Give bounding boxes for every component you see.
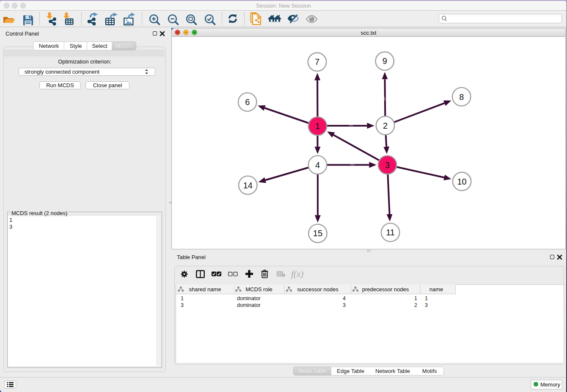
svg-text:MCDS role: MCDS role [245,286,272,293]
svg-text:1: 1 [181,295,184,301]
svg-text:predecessor nodes: predecessor nodes [362,286,409,293]
svg-text:4: 4 [315,160,320,170]
svg-text:2: 2 [414,302,417,308]
svg-text:3: 3 [385,160,390,170]
svg-text:9: 9 [383,56,387,66]
svg-text:3: 3 [343,302,346,308]
svg-text:dominator: dominator [237,295,261,301]
svg-text:2: 2 [383,121,388,130]
svg-text:11: 11 [386,228,395,237]
svg-text:1: 1 [425,295,428,301]
svg-text:3: 3 [181,302,184,308]
svg-text:shared name: shared name [189,286,221,293]
svg-text:4: 4 [343,295,346,301]
svg-text:7: 7 [315,57,319,66]
svg-text:1: 1 [315,121,320,131]
svg-text:name: name [429,286,443,293]
svg-text:3: 3 [425,302,428,308]
svg-text:10: 10 [457,177,466,186]
svg-text:successor nodes: successor nodes [297,286,339,293]
svg-text:15: 15 [313,229,322,238]
svg-text:1: 1 [414,295,417,301]
svg-text:8: 8 [459,92,464,102]
svg-text:6: 6 [245,97,250,107]
svg-text:14: 14 [243,181,253,190]
svg-text:dominator: dominator [237,302,261,308]
